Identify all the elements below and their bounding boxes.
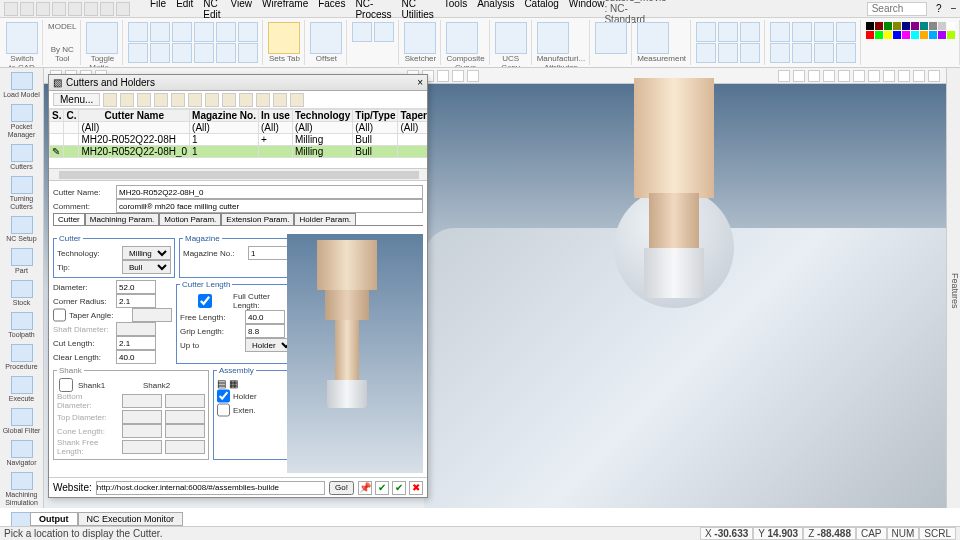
apply-button[interactable]: ✔	[392, 481, 406, 495]
tab-motion[interactable]: Motion Param.	[159, 213, 221, 225]
go-button[interactable]: Go!	[329, 481, 354, 495]
scene-3d	[424, 88, 946, 508]
ucs-copy-icon[interactable]	[495, 22, 527, 54]
magazine-no-input[interactable]	[248, 246, 288, 260]
menu-ncutilities[interactable]: NC Utilities	[402, 0, 434, 20]
sidebar-procedure[interactable]: Procedure	[0, 342, 43, 373]
sidebar-part[interactable]: Part	[0, 246, 43, 277]
sidebar-execute[interactable]: Execute	[0, 374, 43, 405]
menu-catalog[interactable]: Catalog	[524, 0, 558, 20]
grid-row[interactable]: MH20-R052Q22-08H1+MillingBull52.000	[50, 134, 428, 146]
cancel-button[interactable]: ✖	[409, 481, 423, 495]
free-length-input[interactable]	[245, 310, 285, 324]
right-sidebar-features[interactable]: Features	[946, 68, 960, 508]
switch-cad-icon[interactable]	[6, 22, 38, 54]
menu-edit[interactable]: Edit	[176, 0, 193, 20]
grid-header: S.C.Cutter NameMagazine No.In useTechnol…	[50, 110, 428, 122]
dialog-menu-button[interactable]: Menu...	[53, 93, 100, 106]
website-input[interactable]	[96, 481, 325, 495]
assembly-icon[interactable]: ▤	[217, 378, 226, 389]
corner-radius-input[interactable]	[116, 294, 156, 308]
composite-curve-icon[interactable]	[446, 22, 478, 54]
manuf-attr-icon[interactable]	[537, 22, 569, 54]
window-controls: ? − □ ×	[933, 3, 960, 15]
tip-select[interactable]: Bull	[122, 260, 171, 274]
grid-filter-row[interactable]: (All)(All)(All)(All)(All)(All)(All)(All)…	[50, 122, 428, 134]
assembly-icon[interactable]: ▦	[229, 378, 238, 389]
comment-input[interactable]	[116, 199, 423, 213]
menu-faces[interactable]: Faces	[318, 0, 345, 20]
holder-checkbox[interactable]	[217, 389, 230, 403]
menu-window[interactable]: Window	[569, 0, 605, 20]
sketcher-icon[interactable]	[404, 22, 436, 54]
cutters-dialog: ▧ Cutters and Holders × Menu... S.C.Cutt…	[48, 74, 428, 498]
coordinate-readout: X -30.633 Y 14.903 Z -88.488 CAP NUM SCR…	[700, 527, 956, 540]
sidebar-toolpath[interactable]: Toolpath	[0, 310, 43, 341]
sidebar-nc-setup[interactable]: NC Setup	[0, 214, 43, 245]
diameter-input[interactable]	[116, 280, 156, 294]
cutter-preview	[287, 234, 423, 473]
dialog-toolbar: Menu...	[49, 91, 427, 109]
technology-select[interactable]: Milling	[122, 246, 171, 260]
cutters-grid[interactable]: S.C.Cutter NameMagazine No.In useTechnol…	[49, 109, 427, 169]
full-length-checkbox[interactable]	[180, 294, 230, 308]
menu-file[interactable]: File	[150, 0, 166, 20]
ok-button[interactable]: ✔	[375, 481, 389, 495]
sidebar-load-model[interactable]: Load Model	[0, 70, 43, 101]
shank1-checkbox[interactable]	[57, 378, 75, 392]
qat-icon[interactable]	[36, 2, 50, 16]
toggle-motion-icon[interactable]	[86, 22, 118, 54]
sidebar-stock[interactable]: Stock	[0, 278, 43, 309]
tab-holder[interactable]: Holder Param.	[294, 213, 356, 225]
grip-length-input[interactable]	[245, 324, 285, 338]
measurement-icon[interactable]	[637, 22, 669, 54]
text-icon[interactable]	[595, 22, 627, 54]
qat-icon[interactable]	[68, 2, 82, 16]
tab-machining[interactable]: Machining Param.	[85, 213, 159, 225]
qat-icon[interactable]	[84, 2, 98, 16]
dialog-close-icon[interactable]: ×	[417, 77, 423, 88]
dialog-bottom: Website: Go! 📌 ✔ ✔ ✖	[49, 477, 427, 497]
color-swatches[interactable]	[866, 22, 955, 39]
qat-icon[interactable]	[52, 2, 66, 16]
taper-angle-checkbox[interactable]	[53, 308, 66, 322]
sidebar-turning-cutters[interactable]: Turning Cutters	[0, 174, 43, 213]
tab-extension[interactable]: Extension Param.	[221, 213, 294, 225]
qat-icon[interactable]	[20, 2, 34, 16]
sets-tab-icon[interactable]	[268, 22, 300, 54]
sidebar-global-filter[interactable]: Global Filter	[0, 406, 43, 437]
search-input[interactable]	[867, 2, 927, 16]
pin-icon[interactable]: 📌	[358, 481, 372, 495]
cutter-name-input[interactable]	[116, 185, 423, 199]
sidebar-navigator[interactable]: Navigator	[0, 438, 43, 469]
cutter-group: Cutter Technology:Milling Tip:Bull	[53, 234, 175, 278]
status-scrl: SCRL	[919, 527, 956, 540]
minimize-icon[interactable]: −	[948, 3, 960, 15]
tab-nc-exec-monitor[interactable]: NC Execution Monitor	[78, 512, 184, 526]
tb-icon[interactable]	[103, 93, 117, 107]
menu-wireframe[interactable]: Wireframe	[262, 0, 308, 20]
tab-output[interactable]: Output	[30, 512, 78, 526]
menu-ncprocess[interactable]: NC-Process	[355, 0, 391, 20]
cut-length-input[interactable]	[116, 336, 156, 350]
ribbon-icon[interactable]	[128, 22, 148, 42]
grid-row-selected[interactable]: ✎MH20-R052Q22-08H_01MillingBull52.000	[50, 146, 428, 158]
dialog-title: Cutters and Holders	[66, 77, 155, 88]
menu-ncedit[interactable]: NC Edit	[203, 0, 220, 20]
menu-analysis[interactable]: Analysis	[477, 0, 514, 20]
menu-tools[interactable]: Tools	[444, 0, 467, 20]
help-icon[interactable]: ?	[933, 3, 945, 15]
sidebar-pocket-manager[interactable]: Pocket Manager	[0, 102, 43, 141]
menu-view[interactable]: View	[231, 0, 253, 20]
dialog-titlebar[interactable]: ▧ Cutters and Holders ×	[49, 75, 427, 91]
grid-hscroll[interactable]	[49, 169, 427, 181]
qat-icon[interactable]	[4, 2, 18, 16]
qat-icon[interactable]	[100, 2, 114, 16]
qat-icon[interactable]	[116, 2, 130, 16]
exten-checkbox[interactable]	[217, 403, 230, 417]
tab-cutter[interactable]: Cutter	[53, 213, 85, 225]
offset-icon[interactable]	[310, 22, 342, 54]
clear-length-input[interactable]	[116, 350, 156, 364]
sidebar-cutters[interactable]: Cutters	[0, 142, 43, 173]
sidebar-mach-sim[interactable]: Machining Simulation	[0, 470, 43, 509]
